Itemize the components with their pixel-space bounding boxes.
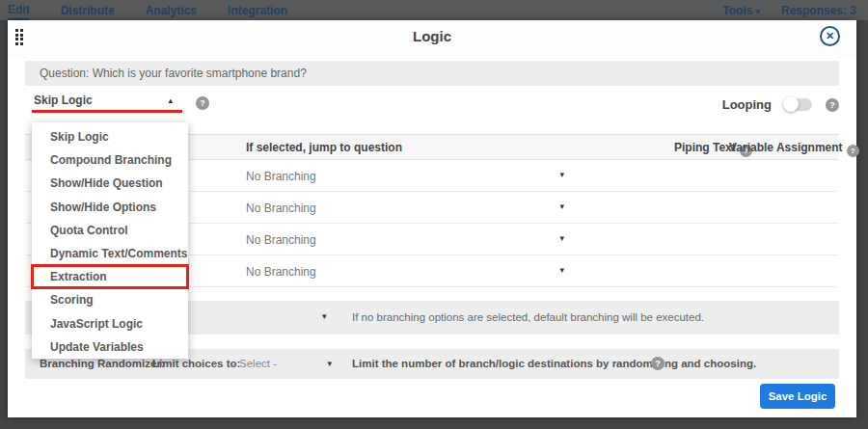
chevron-down-icon: ▾ (559, 201, 564, 211)
menu-item-skip-logic[interactable]: Skip Logic (32, 125, 188, 148)
looping-toggle[interactable] (785, 98, 812, 111)
jump-to-question-select[interactable]: No Branching ▾ (246, 224, 564, 255)
chevron-down-icon: ▾ (559, 265, 564, 275)
variable-help-icon[interactable]: ? (847, 145, 859, 157)
menu-item-scoring[interactable]: Scoring (32, 288, 188, 311)
logic-type-help-icon[interactable]: ? (196, 96, 209, 110)
randomizer-note: Limit the number of branch/logic destina… (352, 358, 756, 369)
randomizer-label: Branching Randomizer: (40, 358, 165, 369)
jump-to-question-select[interactable]: No Branching ▾ (246, 255, 564, 287)
tab-edit[interactable]: Edit (8, 1, 30, 20)
looping-help-icon[interactable]: ? (826, 98, 839, 112)
column-header-jump: If selected, jump to question (246, 141, 402, 154)
jump-to-question-select[interactable]: No Branching ▾ (246, 192, 564, 224)
menu-item-show-hide-options[interactable]: Show/Hide Options (32, 196, 188, 219)
chevron-down-icon: ▾ (559, 170, 564, 179)
top-navigation-bar: Edit Distribute Analytics Integration To… (0, 0, 868, 20)
menu-item-show-hide-question[interactable]: Show/Hide Question (32, 172, 188, 195)
tab-analytics[interactable]: Analytics (146, 2, 197, 19)
randomizer-select[interactable]: - Select - ▾ (223, 349, 334, 379)
logic-type-value: Skip Logic (34, 94, 93, 107)
chevron-down-icon: ▾ (755, 7, 760, 16)
tab-integration[interactable]: Integration (228, 2, 287, 19)
top-nav: Edit Distribute Analytics Integration (0, 1, 287, 20)
default-branching-note: If no branching options are selected, de… (352, 311, 704, 323)
chevron-down-icon: ▾ (327, 359, 332, 368)
menu-item-extraction[interactable]: Extraction (32, 265, 188, 288)
modal-header: Logic ✕ (8, 20, 856, 59)
tools-menu[interactable]: Tools▾ (722, 4, 760, 17)
question-label: Question: Which is your favorite smartph… (40, 67, 307, 80)
jump-to-question-select[interactable]: No Branching ▾ (246, 160, 564, 192)
question-bar: Question: Which is your favorite smartph… (25, 61, 839, 86)
looping-group: Looping ? (722, 97, 839, 112)
save-logic-button[interactable]: Save Logic (760, 384, 835, 409)
looping-label: Looping (722, 97, 772, 112)
chevron-down-icon: ▾ (559, 233, 564, 243)
randomizer-help-icon[interactable]: ? (651, 357, 665, 370)
chevron-up-icon: ▴ (168, 95, 173, 105)
column-header-variable: Variable Assignment? (729, 141, 859, 157)
menu-item-compound-branching[interactable]: Compound Branching (32, 148, 188, 172)
modal-title: Logic (8, 28, 856, 44)
menu-item-javascript-logic[interactable]: JavaScript Logic (32, 312, 188, 335)
close-icon[interactable]: ✕ (820, 26, 840, 46)
logic-type-dropdown-menu: Skip Logic Compound Branching Show/Hide … (32, 122, 188, 359)
menu-item-update-variables[interactable]: Update Variables (32, 335, 188, 359)
toggle-knob (783, 96, 799, 112)
menu-item-dynamic-text-comments[interactable]: Dynamic Text/Comments (32, 242, 188, 265)
menu-item-quota-control[interactable]: Quota Control (32, 219, 188, 242)
chevron-down-icon[interactable]: ▾ (322, 311, 327, 321)
tab-distribute[interactable]: Distribute (61, 2, 115, 19)
topbar-right: Tools▾ Responses: 3 (722, 0, 856, 20)
logic-type-select[interactable]: Skip Logic ▴ (32, 92, 182, 113)
responses-count[interactable]: Responses: 3 (781, 4, 856, 17)
